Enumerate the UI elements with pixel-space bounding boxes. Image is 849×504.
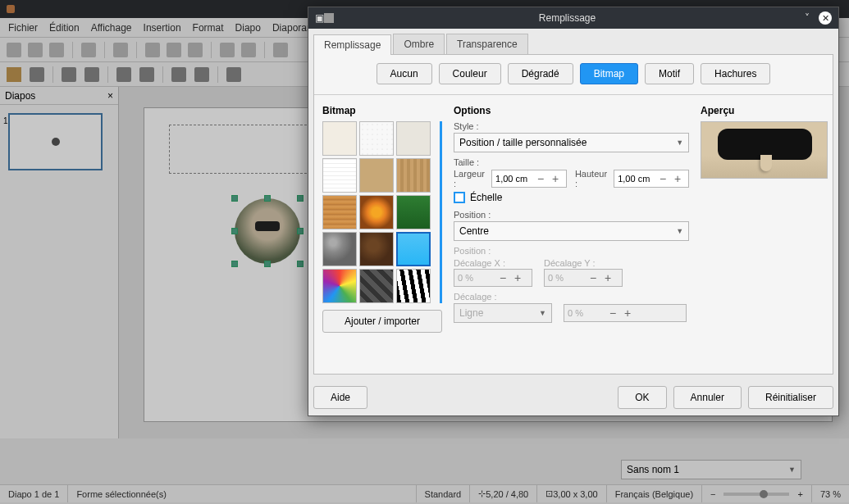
style-label: Style : <box>454 121 689 131</box>
fill-gradient-button[interactable]: Dégradé <box>508 63 573 84</box>
keep-above-icon[interactable]: ▣ <box>315 12 324 24</box>
bitmap-swatch[interactable] <box>322 121 357 156</box>
scale-checkbox[interactable] <box>454 192 465 203</box>
width-minus-icon[interactable]: − <box>533 173 548 184</box>
selected-image[interactable] <box>235 198 300 264</box>
position-label: Position : <box>454 210 689 220</box>
position2-label: Position : <box>454 246 689 256</box>
slides-panel: Diapos × 1 <box>0 87 119 438</box>
zoom-percent[interactable]: 73 % <box>812 485 849 502</box>
zoom-slider[interactable] <box>723 493 789 496</box>
close-icon[interactable]: ✕ <box>819 11 832 25</box>
height-input[interactable] <box>614 174 655 184</box>
bitmap-swatch[interactable] <box>322 232 357 266</box>
width-plus-icon[interactable]: + <box>548 173 563 184</box>
menu-edition[interactable]: Édition <box>49 22 80 34</box>
add-import-button[interactable]: Ajouter / importer <box>322 310 442 333</box>
arrange-icon[interactable] <box>171 67 186 82</box>
bitmap-swatch[interactable] <box>359 158 394 193</box>
grid-icon[interactable] <box>273 43 288 57</box>
bitmap-column: Bitmap Aj <box>322 105 442 366</box>
tab-ombre[interactable]: Ombre <box>393 34 445 54</box>
bitmap-swatch[interactable] <box>396 269 431 303</box>
shadow-icon[interactable] <box>62 67 76 82</box>
minimize-icon[interactable]: ˅ <box>801 11 814 25</box>
offsety-input <box>545 273 586 283</box>
template-selector-area: Sans nom 1▼ <box>621 460 842 479</box>
fill-none-button[interactable]: Aucun <box>377 63 432 84</box>
fill-color-button[interactable]: Couleur <box>439 63 501 84</box>
close-panel-icon[interactable]: × <box>107 90 113 102</box>
save-icon[interactable] <box>49 43 64 57</box>
fill-pattern-button[interactable]: Motif <box>645 63 694 84</box>
zoom-out-icon[interactable]: − <box>710 489 715 499</box>
bitmap-swatch[interactable] <box>359 269 394 303</box>
align-icon[interactable] <box>194 67 209 82</box>
bitmap-swatch[interactable] <box>359 195 394 229</box>
menu-format[interactable]: Format <box>193 22 224 34</box>
bitmap-swatch[interactable] <box>322 195 357 229</box>
tiling-value-input <box>564 308 605 318</box>
tab-remplissage[interactable]: Remplissage <box>313 34 391 55</box>
cut-icon[interactable] <box>145 43 160 57</box>
bitmap-swatch[interactable] <box>396 158 431 193</box>
export-icon[interactable] <box>81 43 96 57</box>
cancel-button[interactable]: Annuler <box>673 386 742 409</box>
pointer-icon[interactable] <box>7 67 21 82</box>
position-select[interactable]: Centre▼ <box>454 221 689 241</box>
fill-icon[interactable] <box>139 67 154 82</box>
bitmap-swatch[interactable] <box>322 269 357 303</box>
preview-image <box>701 121 828 179</box>
slide-number: 1 <box>3 116 8 125</box>
paste-icon[interactable] <box>188 43 203 57</box>
status-size: ⊡ 3,00 x 3,00 <box>537 485 606 502</box>
menu-diapo[interactable]: Diapo <box>235 22 261 34</box>
line-icon[interactable] <box>116 67 131 82</box>
zoom-controls[interactable]: − + <box>702 485 812 502</box>
redo-icon[interactable] <box>241 43 256 57</box>
preview-column: Aperçu <box>701 105 828 366</box>
reset-button[interactable]: Réinitialiser <box>748 386 833 409</box>
bitmap-swatch[interactable] <box>322 158 357 193</box>
fill-bitmap-button[interactable]: Bitmap <box>580 63 638 84</box>
help-button[interactable]: Aide <box>313 386 367 409</box>
fill-hatch-button[interactable]: Hachures <box>701 63 770 84</box>
scale-label: Échelle <box>470 192 502 203</box>
fill-type-row: Aucun Couleur Dégradé Bitmap Motif Hachu… <box>322 63 824 84</box>
bitmap-swatch[interactable] <box>359 121 394 156</box>
tab-transparence[interactable]: Transparence <box>446 34 528 54</box>
copy-icon[interactable] <box>167 43 181 57</box>
options-column: Options Style : Position / taille person… <box>454 105 689 366</box>
pin-icon[interactable] <box>324 13 334 23</box>
dialog-tabs: Remplissage Ombre Transparence <box>308 29 838 54</box>
size-label: Taille : <box>454 157 689 167</box>
height-minus-icon[interactable]: − <box>655 173 670 184</box>
height-plus-icon[interactable]: + <box>670 173 685 184</box>
bitmap-swatch[interactable] <box>396 195 431 229</box>
shape-insert-icon[interactable] <box>226 67 241 82</box>
style-select[interactable]: Position / taille personnalisée▼ <box>454 133 689 152</box>
bitmap-swatch-selected[interactable] <box>396 232 431 266</box>
print-icon[interactable] <box>113 43 128 57</box>
zoom-icon[interactable] <box>30 67 44 82</box>
menu-affichage[interactable]: Affichage <box>91 22 132 34</box>
status-language[interactable]: Français (Belgique) <box>607 485 702 502</box>
open-icon[interactable] <box>28 43 43 57</box>
app-icon <box>7 5 15 13</box>
bitmap-swatch[interactable] <box>396 121 431 156</box>
width-spinner[interactable]: − + <box>491 170 567 188</box>
ok-button[interactable]: OK <box>618 386 666 409</box>
height-spinner[interactable]: − + <box>614 170 689 188</box>
slide-thumbnail[interactable]: 1 <box>8 113 103 170</box>
new-icon[interactable] <box>7 43 21 57</box>
menu-insertion[interactable]: Insertion <box>144 22 181 34</box>
bitmap-swatch[interactable] <box>359 232 394 266</box>
template-select[interactable]: Sans nom 1▼ <box>621 460 801 479</box>
width-input[interactable] <box>492 174 533 184</box>
dialog-titlebar[interactable]: ▣ Remplissage ˅ ✕ <box>308 7 838 29</box>
zoom-in-icon[interactable]: + <box>797 489 802 499</box>
crop-icon[interactable] <box>84 67 99 82</box>
tiling-type-select: Ligne▼ <box>454 303 552 323</box>
menu-fichier[interactable]: Fichier <box>8 22 38 34</box>
undo-icon[interactable] <box>220 43 235 57</box>
